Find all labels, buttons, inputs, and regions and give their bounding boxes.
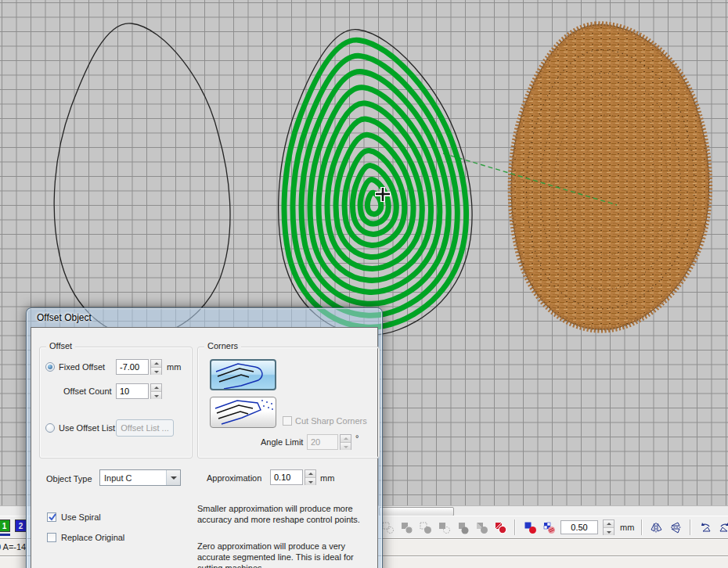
- object-type-label: Object Type: [46, 474, 92, 484]
- spinner-down-button[interactable]: [151, 367, 161, 375]
- spacing-unit-label: mm: [620, 523, 634, 532]
- spinner-up-button[interactable]: [305, 470, 315, 477]
- rotate-cw-icon[interactable]: [717, 520, 728, 534]
- use-spiral-label: Use Spiral: [61, 512, 101, 522]
- offset-count-spinner[interactable]: [150, 383, 162, 399]
- toolbar-separator: [514, 519, 516, 535]
- spinner-down-button[interactable]: [341, 442, 351, 450]
- spinner-up-button[interactable]: [151, 384, 161, 391]
- sharp-corner-icon: [211, 397, 276, 427]
- color-chip-2[interactable]: 2: [15, 519, 27, 532]
- dialog-title: Offset Object: [37, 312, 92, 323]
- use-spiral-checkbox[interactable]: [47, 512, 56, 522]
- sharp-corners-button[interactable]: [210, 397, 276, 428]
- fixed-offset-input[interactable]: [116, 359, 149, 375]
- active-color-underline: [0, 534, 10, 536]
- offset-group: Offset Fixed Offset mm Offset Count Use …: [39, 347, 193, 458]
- toolbar-separator: [641, 519, 643, 535]
- spacing-input[interactable]: [560, 520, 598, 534]
- check-icon: [47, 512, 58, 523]
- mirror-horizontal-icon[interactable]: [650, 520, 664, 534]
- rounded-corner-icon: [211, 361, 275, 389]
- app-window: 1 2: [0, 0, 728, 568]
- cut-sharp-corners-label: Cut Sharp Corners: [295, 416, 367, 426]
- offset-group-label: Offset: [46, 341, 75, 351]
- mirror-vertical-icon[interactable]: [669, 520, 683, 534]
- subtract-icon[interactable]: [437, 520, 451, 534]
- toolbar-separator: [690, 519, 691, 535]
- stitched-shape: [511, 25, 708, 329]
- remove-overlaps-icon[interactable]: [493, 520, 507, 534]
- color-object-icon[interactable]: [523, 520, 537, 534]
- approximation-label: Approximation: [207, 473, 261, 483]
- use-offset-list-radio[interactable]: [45, 423, 55, 433]
- angle-limit-label: Angle Limit: [261, 437, 303, 447]
- corners-group-label: Corners: [204, 341, 241, 351]
- spinner-down-button[interactable]: [305, 477, 315, 485]
- color-chip-1[interactable]: 1: [0, 519, 10, 532]
- pattern-fill-icon[interactable]: [542, 520, 556, 534]
- spinner-down-button[interactable]: [151, 391, 161, 399]
- offset-count-input[interactable]: [116, 383, 149, 399]
- dialog-body: Offset Fixed Offset mm Offset Count Use …: [31, 327, 378, 568]
- offset-object-dialog: Offset Object Offset Fixed Offset mm Off…: [26, 307, 383, 568]
- replace-original-label: Replace Original: [61, 533, 124, 542]
- merge-icon[interactable]: [418, 520, 432, 534]
- status-readout: 0 A=-14: [0, 542, 26, 552]
- dialog-titlebar[interactable]: Offset Object: [27, 308, 382, 327]
- replace-original-checkbox[interactable]: [47, 533, 56, 542]
- intersect-icon[interactable]: [456, 520, 470, 534]
- approximation-input[interactable]: [270, 469, 303, 485]
- angle-limit-input[interactable]: [307, 434, 338, 450]
- spacing-spinner[interactable]: [603, 519, 614, 535]
- fixed-offset-spinner[interactable]: [150, 359, 162, 375]
- knife-icon[interactable]: [474, 520, 488, 534]
- fixed-offset-unit-label: mm: [167, 362, 181, 372]
- rotate-ccw-icon[interactable]: [698, 520, 712, 534]
- spinner-up-button[interactable]: [341, 435, 351, 442]
- approximation-description-2: Zero approximation will produce a very a…: [197, 541, 362, 568]
- cut-sharp-corners-checkbox[interactable]: [283, 416, 292, 426]
- object-type-dropdown[interactable]: Input C: [99, 469, 181, 486]
- fixed-offset-label: Fixed Offset: [59, 362, 105, 372]
- approximation-spinner[interactable]: [305, 469, 316, 485]
- angle-limit-unit-label: °: [355, 433, 359, 443]
- offset-list-button[interactable]: Offset List ...: [116, 419, 174, 437]
- rounded-corners-button[interactable]: [210, 359, 276, 390]
- trim-icon[interactable]: [399, 520, 413, 534]
- spinner-up-button[interactable]: [604, 520, 614, 527]
- use-offset-list-label: Use Offset List: [59, 423, 115, 433]
- angle-limit-spinner[interactable]: [340, 434, 351, 450]
- fixed-offset-radio[interactable]: [45, 362, 55, 372]
- approximation-description-1: Smaller approximation will produce more …: [197, 503, 362, 525]
- chevron-down-icon: [166, 470, 180, 485]
- offset-count-label: Offset Count: [63, 386, 112, 396]
- spinner-down-button[interactable]: [604, 527, 614, 535]
- object-type-value: Input C: [100, 473, 166, 483]
- spiral-offset-shape: [279, 30, 472, 336]
- spinner-up-button[interactable]: [151, 360, 161, 367]
- outline-shape: [54, 23, 230, 337]
- corners-group: Corners C: [197, 347, 380, 458]
- approximation-unit-label: mm: [320, 473, 334, 483]
